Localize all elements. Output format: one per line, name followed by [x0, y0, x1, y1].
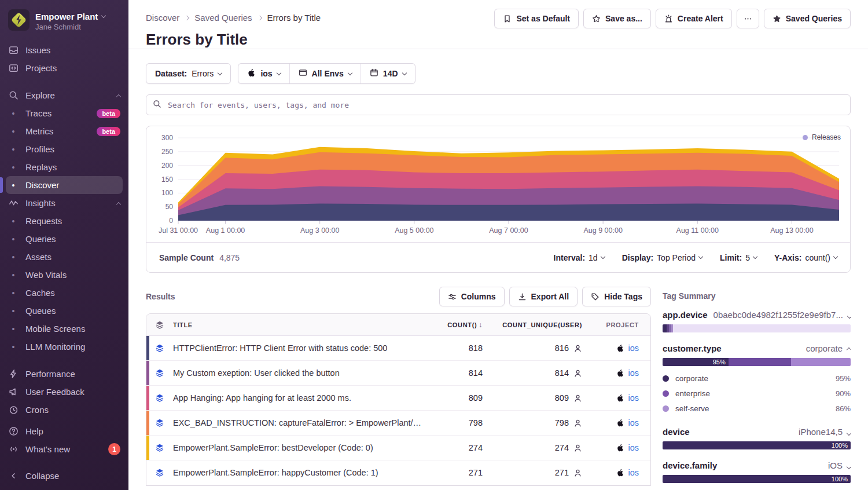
sidebar-item-help[interactable]: Help	[0, 422, 128, 440]
sidebar-item-issues[interactable]: Issues	[0, 41, 128, 59]
project-link[interactable]: ios	[628, 468, 639, 477]
project-link[interactable]: ios	[628, 443, 639, 452]
search-input[interactable]	[167, 100, 844, 110]
tag-distribution-bar[interactable]	[663, 324, 851, 332]
yaxis-selector[interactable]: Y-Axis: count()	[774, 253, 837, 262]
sidebar-item-explore[interactable]: Explore	[0, 86, 128, 104]
create-alert-button[interactable]: Create Alert	[656, 9, 732, 28]
sidebar-item-caches[interactable]: •Caches	[0, 284, 128, 302]
sidebar-item-llm-monitoring[interactable]: •LLM Monitoring	[0, 338, 128, 356]
tag-distribution-bar[interactable]: 95%	[663, 358, 851, 366]
layers-icon[interactable]	[146, 443, 173, 452]
breadcrumb-saved-queries[interactable]: Saved Queries	[194, 13, 252, 23]
sidebar-item-projects[interactable]: Projects	[0, 59, 128, 77]
bullet-icon: •	[8, 324, 19, 334]
display-selector[interactable]: Display: Top Period	[622, 253, 703, 262]
svg-text:Aug 13 00:00: Aug 13 00:00	[770, 226, 813, 235]
export-all-button[interactable]: Export All	[509, 287, 578, 306]
sidebar-item-performance[interactable]: Performance	[0, 365, 128, 383]
sidebar-item-what-s-new[interactable]: What's new1	[0, 440, 128, 458]
tag-header-app-device[interactable]: app.device0baebc0de4982f1255f2e9e9fb7...	[663, 310, 851, 320]
sidebar-item-crons[interactable]: Crons	[0, 401, 128, 419]
table-row[interactable]: EmpowerPlant.SampleError: happyCustomer …	[146, 460, 650, 485]
sidebar-item-discover[interactable]: •Discover	[6, 176, 123, 194]
chevron-down-icon	[833, 254, 838, 259]
layers-icon[interactable]	[146, 343, 173, 353]
row-title[interactable]: App Hanging: App hanging for at least 20…	[173, 393, 425, 403]
svg-text:100: 100	[161, 189, 173, 197]
layers-icon[interactable]	[146, 393, 173, 403]
row-title[interactable]: EmpowerPlant.SampleError: happyCustomer …	[173, 468, 425, 477]
sidebar-item-queries[interactable]: •Queries	[0, 230, 128, 248]
sidebar-item-user-feedback[interactable]: User Feedback	[0, 383, 128, 401]
beta-badge: beta	[97, 109, 120, 118]
table-row[interactable]: App Hanging: App hanging for at least 20…	[146, 386, 650, 411]
display-label: Display:	[622, 253, 653, 262]
chart-legend[interactable]: Releases	[803, 133, 841, 141]
tag-header-device-family[interactable]: device.familyiOS	[663, 460, 851, 470]
tag-legend-row[interactable]: enterprise90%	[663, 386, 851, 401]
column-header-title[interactable]: TITLE	[173, 321, 425, 328]
tag-legend-pct: 86%	[836, 404, 851, 413]
limit-selector[interactable]: Limit: 5	[720, 253, 757, 262]
sidebar-item-mobile-screens[interactable]: •Mobile Screens	[0, 320, 128, 338]
hide-tags-button[interactable]: Hide Tags	[582, 287, 651, 306]
sidebar-item-assets[interactable]: •Assets	[0, 248, 128, 266]
project-filter[interactable]: ios	[238, 64, 289, 83]
chevron-down-icon	[101, 13, 106, 17]
table-row[interactable]: HTTPClientError: HTTP Client Error with …	[146, 336, 650, 361]
sidebar-item-traces[interactable]: •Tracesbeta	[0, 104, 128, 122]
sidebar-item-requests[interactable]: •Requests	[0, 212, 128, 230]
project-link[interactable]: ios	[628, 418, 639, 427]
sidebar-collapse-button[interactable]: Collapse	[0, 471, 128, 490]
sidebar-item-metrics[interactable]: •Metricsbeta	[0, 122, 128, 140]
tag-distribution-bar[interactable]: 100%	[663, 475, 851, 483]
org-switcher[interactable]: Empower Plant Jane Schmidt	[0, 7, 128, 41]
layers-icon[interactable]	[146, 368, 173, 378]
svg-text:250: 250	[161, 148, 173, 156]
more-options-button[interactable]	[737, 9, 759, 28]
table-row[interactable]: EXC_BAD_INSTRUCTION: captureFatalError: …	[146, 411, 650, 436]
row-title[interactable]: EXC_BAD_INSTRUCTION: captureFatalError: …	[173, 418, 425, 427]
dataset-selector[interactable]: Dataset: Errors	[146, 63, 231, 84]
table-row[interactable]: EmpowerPlant.SampleError: bestDeveloper …	[146, 436, 650, 460]
tag-header-device[interactable]: deviceiPhone14,5	[663, 427, 851, 437]
row-title[interactable]: HTTPClientError: HTTP Client Error with …	[173, 343, 425, 353]
sidebar-item-queues[interactable]: •Queues	[0, 302, 128, 320]
results-title: Results	[146, 292, 175, 301]
tag-bar-segment-label: 100%	[832, 442, 851, 449]
set-as-default-button[interactable]: Set as Default	[494, 9, 579, 28]
sidebar-item-insights[interactable]: Insights	[0, 194, 128, 212]
column-header-project[interactable]: PROJECT	[582, 321, 650, 328]
tag-legend-row[interactable]: corporate95%	[663, 371, 851, 386]
column-header-count-unique[interactable]: COUNT_UNIQUE(USER)	[483, 321, 582, 328]
sidebar-item-profiles[interactable]: •Profiles	[0, 140, 128, 158]
layers-icon[interactable]	[146, 468, 173, 477]
layers-icon[interactable]	[146, 418, 173, 427]
interval-selector[interactable]: Interval: 1d	[554, 253, 605, 262]
row-title[interactable]: EmpowerPlant.SampleError: bestDeveloper …	[173, 443, 425, 452]
sidebar-item-label: Projects	[25, 63, 57, 73]
chevron-right-icon	[185, 15, 189, 20]
columns-button[interactable]: Columns	[439, 287, 505, 306]
save-as-button[interactable]: Save as...	[583, 9, 651, 28]
tag-distribution-bar[interactable]: 100%	[663, 441, 851, 449]
tag-header-customer-type[interactable]: customer.typecorporate	[663, 343, 851, 353]
table-row[interactable]: My Custom exeption: User clicked the but…	[146, 361, 650, 386]
project-link[interactable]: ios	[628, 368, 639, 378]
series-color-bar	[146, 411, 149, 435]
project-link[interactable]: ios	[628, 393, 639, 403]
project-link[interactable]: ios	[628, 343, 639, 353]
row-project: ios	[582, 443, 650, 452]
row-title[interactable]: My Custom exeption: User clicked the but…	[173, 368, 425, 378]
saved-queries-button[interactable]: Saved Queries	[764, 9, 851, 28]
layers-icon[interactable]	[146, 320, 173, 330]
tag-legend-row[interactable]: self-serve86%	[663, 401, 851, 416]
date-range-filter[interactable]: 14D	[361, 64, 415, 83]
tag-legend-name: enterprise	[675, 389, 710, 398]
environment-filter[interactable]: All Envs	[289, 64, 361, 83]
sidebar-item-replays[interactable]: •Replays	[0, 158, 128, 176]
column-header-count[interactable]: COUNT()↓	[425, 321, 483, 329]
sidebar-item-web-vitals[interactable]: •Web Vitals	[0, 266, 128, 284]
breadcrumb-discover[interactable]: Discover	[146, 13, 179, 23]
